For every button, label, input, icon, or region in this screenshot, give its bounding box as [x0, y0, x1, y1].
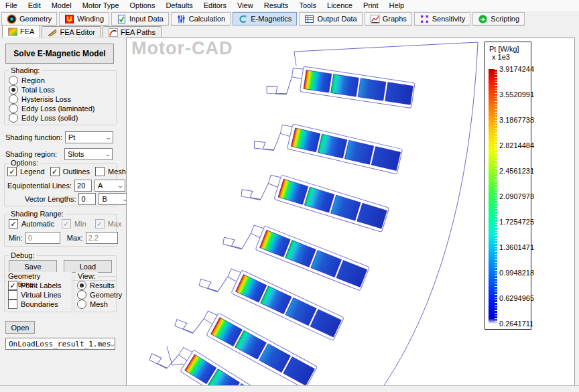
- tab-e-magnetics[interactable]: E-Magnetics: [233, 12, 297, 25]
- debug-save-button[interactable]: Save: [9, 260, 57, 273]
- checkbox-outlines[interactable]: ✓: [50, 167, 60, 176]
- tab-output-data[interactable]: Output Data: [299, 12, 362, 25]
- shading-option-total-loss[interactable]: Total Loss: [9, 85, 115, 94]
- geometry-option-boundaries[interactable]: Boundaries: [8, 300, 70, 309]
- window-right-edge: [575, 38, 579, 386]
- tab-geometry[interactable]: Geometry: [1, 12, 57, 25]
- radio-results[interactable]: [77, 281, 86, 290]
- solve-e-magnetic-model-button[interactable]: Solve E-Magnetic Model: [5, 44, 114, 64]
- option-mesh[interactable]: Mesh: [95, 167, 126, 176]
- menu-licence[interactable]: Licence: [322, 1, 358, 10]
- fea-sub-tab-bar: FEAFEA EditorFEA Paths: [0, 25, 579, 38]
- radio-eddy-loss-solid[interactable]: [9, 113, 18, 123]
- result-file-select[interactable]: OnLoadLoss_result_1.mes ⌄: [5, 338, 115, 350]
- checkbox-virtual-lines[interactable]: [8, 290, 17, 300]
- geometry-option-point-labels[interactable]: ✓Point Labels: [8, 281, 70, 290]
- menu-model[interactable]: Model: [46, 1, 77, 10]
- debug-load-button[interactable]: Load: [64, 260, 112, 273]
- equipotential-row: Equipotential Lines: A ⌄: [7, 180, 125, 192]
- geometry-option-virtual-lines[interactable]: Virtual Lines: [8, 290, 70, 300]
- min-checkbox[interactable]: ✓: [62, 219, 71, 228]
- view-option-mesh-label: Mesh: [90, 300, 108, 308]
- tab-label-scripting: Scripting: [491, 15, 519, 23]
- menu-help[interactable]: Help: [384, 1, 410, 10]
- option-legend[interactable]: ✓Legend: [7, 167, 45, 176]
- option-outlines[interactable]: ✓Outlines: [50, 167, 90, 176]
- max-checkbox[interactable]: ✓: [95, 219, 105, 228]
- view-option-mesh[interactable]: Mesh: [77, 300, 115, 309]
- legend-value: 0.9948218: [499, 269, 534, 277]
- radio-geometry[interactable]: [77, 290, 86, 300]
- tooth-tip-outline: [148, 342, 179, 372]
- vector-select[interactable]: B ⌄: [99, 193, 129, 205]
- shading-option-eddy-loss-solid-label: Eddy Loss (solid): [21, 114, 78, 122]
- shading-region-select[interactable]: Slots ⌄: [64, 148, 113, 160]
- subtab-label-fea: FEA: [20, 27, 34, 36]
- menu-file[interactable]: File: [0, 1, 23, 10]
- menu-editors[interactable]: Editors: [198, 1, 232, 10]
- chevron-down-icon: ⌄: [105, 151, 112, 157]
- menu-defaults[interactable]: Defaults: [160, 1, 198, 10]
- geometry-options-group: Geometry Options: ✓Point LabelsVirtual L…: [4, 276, 72, 312]
- legend-value: 1.3601471: [499, 243, 534, 251]
- chevron-down-icon: ⌄: [105, 134, 113, 141]
- tab-graphs[interactable]: Graphs: [365, 12, 412, 25]
- menu-results[interactable]: Results: [259, 1, 294, 10]
- shading-option-eddy-loss-solid[interactable]: Eddy Loss (solid): [9, 113, 115, 123]
- fea-results-canvas: Motor-CAD Pt [W/kg] x 1e3 3.91742443.552…: [126, 38, 575, 387]
- shading-range-group: Shading Range: ✓ Automatic ✓ Min ✓ Max M…: [4, 214, 117, 247]
- radio-total-loss[interactable]: [9, 85, 18, 94]
- menu-tools[interactable]: Tools: [294, 1, 322, 10]
- view-option-geometry-label: Geometry: [90, 291, 122, 299]
- equipotential-select[interactable]: A ⌄: [94, 180, 125, 192]
- view-option-results[interactable]: Results: [77, 281, 115, 290]
- radio-region[interactable]: [9, 76, 18, 85]
- menu-options[interactable]: Options: [125, 1, 161, 10]
- checkbox-mesh[interactable]: [95, 167, 105, 176]
- vector-row: Vector Lengths: B ⌄: [25, 193, 129, 205]
- checkbox-point-labels[interactable]: ✓: [8, 281, 17, 290]
- tooth-tip-outline: [253, 128, 280, 153]
- shading-option-hysterisis-loss[interactable]: Hysterisis Loss: [9, 94, 115, 104]
- menu-motor-type[interactable]: Motor Type: [77, 1, 125, 10]
- tab-scripting[interactable]: Scripting: [472, 12, 525, 25]
- tab-sensitivity[interactable]: Sensitivity: [414, 12, 471, 25]
- shading-function-select[interactable]: Pt ⌄: [65, 131, 113, 143]
- menu-view[interactable]: View: [232, 1, 259, 10]
- shading-group-label: Shading:: [9, 66, 42, 74]
- menu-edit[interactable]: Edit: [23, 1, 46, 10]
- checkbox-boundaries[interactable]: [8, 300, 17, 309]
- radio-eddy-loss-laminated[interactable]: [9, 104, 18, 113]
- shading-option-eddy-loss-laminated[interactable]: Eddy Loss (laminated): [9, 104, 115, 113]
- radio-mesh[interactable]: [77, 300, 86, 309]
- tooth-tip-outline: [222, 224, 251, 252]
- subtab-fea-editor[interactable]: FEA Editor: [42, 26, 101, 38]
- min-check-label: Min: [74, 220, 86, 228]
- tooth-tip-outline: [174, 308, 204, 336]
- view-option-geometry[interactable]: Geometry: [77, 290, 115, 300]
- subtab-fea-paths[interactable]: FEA Paths: [103, 26, 162, 38]
- fea-control-panel: Solve E-Magnetic Model Shading: RegionTo…: [0, 38, 125, 386]
- option-legend-label: Legend: [20, 168, 45, 176]
- checkbox-legend[interactable]: ✓: [7, 167, 17, 176]
- conductor-2: [331, 74, 359, 96]
- subtab-fea[interactable]: FEA: [2, 25, 40, 38]
- tab-input-data[interactable]: Input Data: [111, 12, 169, 25]
- tab-winding[interactable]: Winding: [59, 12, 109, 25]
- tab-calculation[interactable]: Calculation: [171, 12, 231, 25]
- shading-region-value: Slots: [68, 150, 84, 158]
- shading-region-label: Shading region:: [5, 150, 62, 158]
- shading-group: Shading: RegionTotal LossHysterisis Loss…: [4, 70, 117, 125]
- legend-value: 1.7254725: [499, 218, 534, 226]
- vector-lengths-input[interactable]: [78, 193, 96, 205]
- min-input[interactable]: [25, 232, 60, 244]
- vector-select-value: B: [102, 195, 107, 203]
- open-button[interactable]: Open: [5, 321, 35, 334]
- menu-print[interactable]: Print: [358, 1, 384, 10]
- radio-hysterisis-loss[interactable]: [9, 94, 18, 104]
- equipotential-lines-input[interactable]: [74, 180, 92, 192]
- main-tab-bar: GeometryWindingInput DataCalculationE-Ma…: [0, 11, 579, 25]
- automatic-checkbox[interactable]: ✓: [9, 219, 18, 228]
- max-input[interactable]: [86, 232, 118, 244]
- shading-option-region[interactable]: Region: [9, 76, 115, 85]
